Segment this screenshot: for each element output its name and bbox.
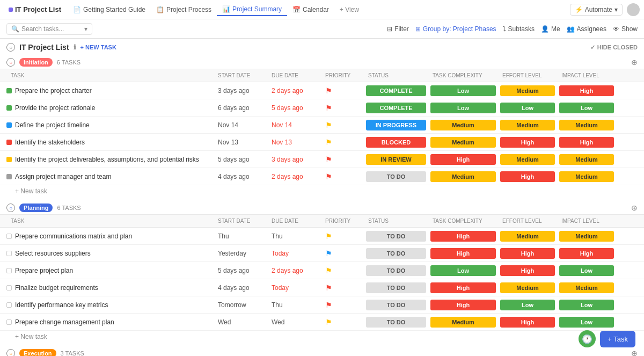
task-status-dot	[6, 285, 12, 290]
phase-badge-planning: Planning	[19, 204, 53, 212]
col-header-3: PRIORITY	[321, 70, 364, 81]
priority-cell: ⚑	[321, 84, 364, 97]
tab-icon: 📋	[156, 6, 164, 13]
add-task-button[interactable]: + New task	[0, 185, 644, 197]
due-date-cell: 2 days ago	[267, 171, 321, 183]
due-date-cell: 2 days ago	[267, 265, 321, 277]
task-row[interactable]: Define the project timeline Nov 14 Nov 1…	[0, 117, 644, 134]
user-avatar[interactable]	[627, 3, 640, 16]
col-header-5: TASK COMPLEXITY	[428, 216, 498, 226]
task-row[interactable]: Identify performance key metrics Tomorro…	[0, 296, 644, 314]
nav-tab-project-summary[interactable]: 📊Project Summary	[217, 3, 287, 16]
col-header-4: STATUS	[364, 216, 428, 226]
effort-cell: Low	[498, 101, 557, 114]
col-header-7: IMPACT LEVEL	[557, 216, 616, 226]
assignees-button[interactable]: 👥 Assignees	[567, 25, 606, 33]
task-row[interactable]: Provide the project rationale 6 days ago…	[0, 99, 644, 117]
task-row[interactable]: Prepare project plan 5 days ago 2 days a…	[0, 262, 644, 279]
status-cell: TO DO	[364, 299, 428, 311]
task-name: Provide the project rationale	[6, 101, 214, 115]
task-count-execution: 3 TASKS	[61, 350, 84, 356]
start-date-cell: Thu	[214, 230, 267, 242]
task-row[interactable]: Prepare the project charter 3 days ago 2…	[0, 82, 644, 99]
add-task-button[interactable]: + New task	[0, 331, 644, 343]
status-cell: BLOCKED	[364, 136, 428, 149]
complexity-cell: High	[428, 299, 498, 311]
tab-icon: 📅	[292, 6, 301, 13]
complexity-badge: Medium	[430, 120, 496, 130]
task-row[interactable]: Identify the project deliverables, assum…	[0, 151, 644, 168]
task-status-dot	[6, 88, 12, 93]
complexity-cell: Low	[428, 264, 498, 277]
task-status-dot	[6, 174, 12, 179]
status-badge: TO DO	[366, 248, 426, 259]
start-date-cell: Nov 14	[214, 119, 267, 131]
show-button[interactable]: 👁 Show	[613, 25, 638, 33]
start-date-cell: 4 days ago	[214, 171, 267, 183]
task-name: Identify the project deliverables, assum…	[6, 152, 214, 166]
me-button[interactable]: 👤 Me	[541, 25, 560, 33]
nav-tab-project-process[interactable]: 📋Project Process	[151, 4, 217, 16]
filter-button[interactable]: ⊟ Filter	[387, 25, 409, 33]
col-header-8	[616, 70, 638, 81]
nav-tab-getting-started-guide[interactable]: 📄Getting Started Guide	[68, 4, 151, 16]
add-task-fab-button[interactable]: + Task	[600, 331, 635, 347]
priority-cell: ⚑	[321, 264, 364, 277]
status-cell: TO DO	[364, 281, 428, 294]
section-settings-icon[interactable]: ⊕	[631, 58, 638, 67]
section-settings-icon[interactable]: ⊕	[631, 204, 638, 212]
effort-cell: High	[498, 170, 557, 183]
impact-badge: High	[559, 85, 614, 96]
task-status-dot	[6, 157, 12, 162]
status-badge: TO DO	[366, 282, 426, 293]
toolbar-right: ⊟ Filter ⊞ Group by: Project Phases ⤵ Su…	[387, 25, 638, 33]
task-row[interactable]: Prepare change management plan Wed Wed ⚑…	[0, 314, 644, 331]
effort-cell: High	[498, 316, 557, 329]
task-row[interactable]: Finalize budget requirements 4 days ago …	[0, 279, 644, 296]
clock-fab-button[interactable]: 🕐	[579, 330, 596, 347]
task-row[interactable]: Identify the stakeholders Nov 13 Nov 13 …	[0, 134, 644, 151]
nav-tab-calendar[interactable]: 📅Calendar	[287, 4, 334, 16]
task-row[interactable]: Prepare communications matrix and plan T…	[0, 228, 644, 245]
complexity-cell: Medium	[428, 316, 498, 329]
section-header-planning: ○ Planning 6 TASKS ⊕	[0, 201, 644, 214]
complexity-badge: High	[430, 282, 496, 293]
group-icon: ⊞	[415, 25, 421, 33]
section-initiation: ○ Initiation 6 TASKS ⊕ TASKSTART DATEDUE…	[0, 56, 644, 197]
task-status-dot	[6, 319, 12, 325]
search-box[interactable]: 🔍 Search tasks... ▾	[6, 23, 92, 35]
col-header-2: DUE DATE	[267, 70, 321, 81]
collapse-section-button[interactable]: ○	[6, 204, 15, 212]
task-count-planning: 6 TASKS	[57, 205, 80, 211]
effort-badge: Medium	[500, 154, 555, 165]
filter-icon: ⊟	[387, 25, 392, 33]
automate-button[interactable]: ⚡ Automate ▾	[570, 4, 623, 16]
col-header-6: EFFORT LEVEL	[498, 216, 557, 226]
due-date-cell: 2 days ago	[267, 85, 321, 97]
add-view-button[interactable]: + View	[336, 4, 362, 16]
task-row[interactable]: Select resources suppliers Yesterday Tod…	[0, 245, 644, 262]
task-status-dot	[6, 268, 12, 273]
col-header-3: PRIORITY	[321, 216, 364, 226]
app-logo[interactable]: IT Project List	[4, 5, 65, 13]
task-row[interactable]: Assign project manager and team 4 days a…	[0, 168, 644, 185]
status-badge: TO DO	[366, 231, 426, 242]
complexity-cell: Medium	[428, 119, 498, 132]
subtasks-button[interactable]: ⤵ Subtasks	[503, 25, 535, 33]
group-by-button[interactable]: ⊞ Group by: Project Phases	[415, 25, 496, 33]
task-name: Identify performance key metrics	[6, 298, 214, 312]
hide-closed-button[interactable]: ✓ HIDE CLOSED	[590, 44, 638, 51]
collapse-section-button[interactable]: ○	[6, 58, 15, 67]
section-settings-icon[interactable]: ⊕	[631, 349, 638, 356]
col-header-1: START DATE	[214, 70, 267, 81]
search-dropdown-icon: ▾	[84, 25, 87, 33]
effort-badge: High	[500, 248, 555, 259]
collapse-section-button[interactable]: ○	[6, 349, 15, 356]
impact-cell: High	[557, 136, 616, 149]
priority-flag-icon: ⚑	[325, 121, 332, 129]
collapse-project-button[interactable]: ○	[6, 43, 15, 52]
new-task-button[interactable]: + NEW TASK	[80, 44, 116, 50]
priority-flag-icon: ⚑	[325, 104, 332, 112]
impact-badge: High	[559, 137, 614, 148]
status-badge: BLOCKED	[366, 137, 426, 148]
